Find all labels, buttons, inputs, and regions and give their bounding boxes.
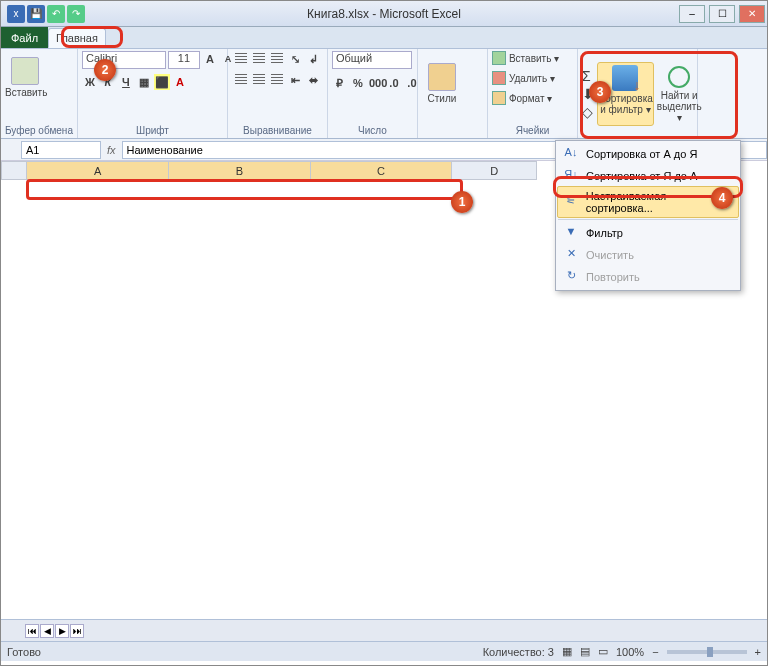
step-marker-3: 3 [589,81,611,103]
align-right-icon[interactable] [269,72,285,86]
alignment-group: ⤡ ↲ ⇤ ⬌ Выравнивание [228,49,328,138]
name-box[interactable]: A1 [21,141,101,159]
sheet-nav-prev-icon[interactable]: ◀ [40,624,54,638]
close-button[interactable]: ✕ [739,5,765,23]
align-middle-icon[interactable] [251,51,267,65]
menu-separator [558,219,738,220]
zoom-slider[interactable] [667,650,747,654]
zoom-out-icon[interactable]: − [652,646,658,658]
fill-color-button[interactable]: ⬛ [154,74,170,90]
sheet-nav-first-icon[interactable]: ⏮ [25,624,39,638]
view-layout-icon[interactable]: ▤ [580,645,590,658]
sheet-nav-last-icon[interactable]: ⏭ [70,624,84,638]
quick-access-toolbar: x 💾 ↶ ↷ [1,5,85,23]
align-center-icon[interactable] [251,72,267,86]
wrap-text-icon[interactable]: ↲ [305,51,321,67]
find-select-button[interactable]: Найти и выделить ▾ [657,62,702,126]
underline-button[interactable]: Ч [118,74,134,90]
undo-icon[interactable]: ↶ [47,5,65,23]
redo-icon[interactable]: ↷ [67,5,85,23]
align-left-icon[interactable] [233,72,249,86]
delete-icon [492,71,506,85]
cells-group: Вставить ▾ Удалить ▾ Формат ▾ Ячейки [488,49,578,138]
ribbon-tabs: Файл Главная [1,27,767,49]
merge-button[interactable]: ⬌ [305,72,321,88]
font-size-select[interactable]: 11 [168,51,200,69]
sheet-nav-next-icon[interactable]: ▶ [55,624,69,638]
align-bottom-icon[interactable] [269,51,285,65]
fx-icon[interactable]: fx [107,144,116,156]
maximize-button[interactable]: ☐ [709,5,735,23]
zoom-level[interactable]: 100% [616,646,644,658]
find-icon [668,66,690,88]
custom-sort-icon: ⚟ [562,194,580,210]
window-title: Книга8.xlsx - Microsoft Excel [307,7,461,21]
sheet-tab-bar: ⏮ ◀ ▶ ⏭ [1,619,767,641]
border-button[interactable]: ▦ [136,74,152,90]
sort-desc-item[interactable]: Я↓Сортировка от Я до А [558,165,738,187]
sort-desc-icon: Я↓ [562,168,580,184]
view-break-icon[interactable]: ▭ [598,645,608,658]
font-color-button[interactable]: A [172,74,188,90]
zoom-in-icon[interactable]: + [755,646,761,658]
column-header-c[interactable]: C [310,162,452,180]
step-marker-2: 2 [94,59,116,81]
styles-icon [428,63,456,91]
minimize-button[interactable]: – [679,5,705,23]
sort-filter-icon [612,65,638,91]
autosum-icon[interactable]: Σ [582,67,594,85]
filter-icon: ▼ [562,225,580,241]
title-bar: x 💾 ↶ ↷ Книга8.xlsx - Microsoft Excel – … [1,1,767,27]
ribbon: Вставить Буфер обмена Calibri 11 A A Ж К… [1,49,767,139]
number-group: Общий ₽ % 000 .0 .0 Число [328,49,418,138]
select-all-corner[interactable] [2,162,27,180]
grow-font-icon[interactable]: A [202,51,218,67]
excel-icon: x [7,5,25,23]
styles-group: Стили [418,49,488,138]
status-ready: Готово [7,646,41,658]
percent-icon[interactable]: % [350,75,366,91]
sort-filter-dropdown: А↓Сортировка от А до Я Я↓Сортировка от Я… [555,140,741,291]
clear-filter-icon: ✕ [562,247,580,263]
currency-icon[interactable]: ₽ [332,75,348,91]
insert-cells-button[interactable]: Вставить ▾ [492,51,559,65]
styles-button[interactable]: Стили [422,61,462,125]
ribbon-tab-главная[interactable]: Главная [48,28,106,48]
paste-button[interactable]: Вставить [5,55,45,119]
reapply-item: ↻Повторить [558,266,738,288]
view-normal-icon[interactable]: ▦ [562,645,572,658]
column-header-d[interactable]: D [452,162,537,180]
step-marker-1: 1 [451,191,473,213]
orientation-icon[interactable]: ⤡ [287,51,303,67]
clear-icon[interactable]: ◇ [582,103,594,121]
clipboard-group: Вставить Буфер обмена [1,49,78,138]
paste-icon [11,57,39,85]
delete-cells-button[interactable]: Удалить ▾ [492,71,555,85]
filter-item[interactable]: ▼Фильтр [558,222,738,244]
inc-decimal-icon[interactable]: .0 [386,75,402,91]
status-count: Количество: 3 [483,646,554,658]
comma-icon[interactable]: 000 [368,75,384,91]
insert-icon [492,51,506,65]
format-cells-button[interactable]: Формат ▾ [492,91,553,105]
column-header-a[interactable]: A [27,162,169,180]
save-icon[interactable]: 💾 [27,5,45,23]
reapply-icon: ↻ [562,269,580,285]
step-marker-4: 4 [711,187,733,209]
status-bar: Готово Количество: 3 ▦ ▤ ▭ 100% − + [1,641,767,661]
sort-asc-item[interactable]: А↓Сортировка от А до Я [558,143,738,165]
column-header-b[interactable]: B [169,162,311,180]
sort-asc-icon: А↓ [562,146,580,162]
number-format-select[interactable]: Общий [332,51,412,69]
align-top-icon[interactable] [233,51,249,65]
file-tab[interactable]: Файл [1,27,48,48]
clear-filter-item: ✕Очистить [558,244,738,266]
format-icon [492,91,506,105]
indent-dec-icon[interactable]: ⇤ [287,72,303,88]
